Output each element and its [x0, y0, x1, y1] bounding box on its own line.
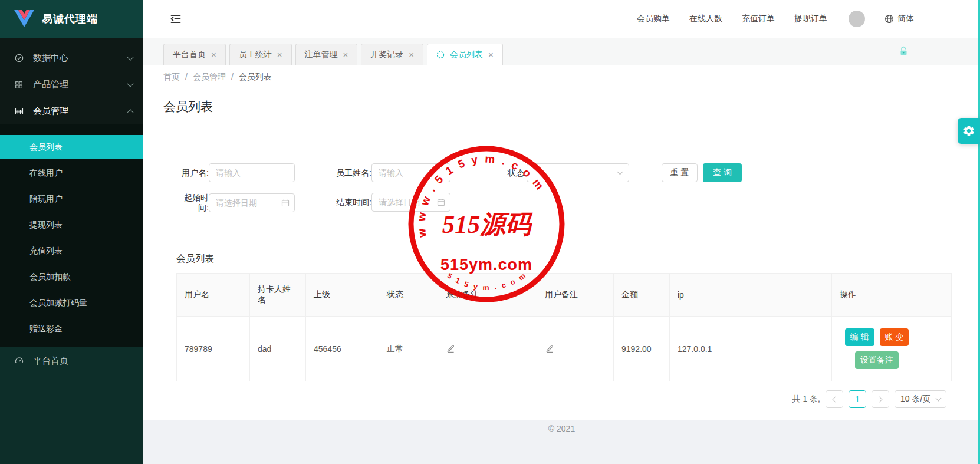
topbar-link-member-orders[interactable]: 会员购单 — [637, 14, 670, 24]
close-icon[interactable]: × — [211, 50, 216, 59]
filter-form: 用户名: 员工姓名: 状态: 重 置 查 询 起始时间: — [176, 163, 951, 222]
top-header: 会员购单 在线人数 充值订单 提现订单 简体 — [143, 0, 980, 38]
check-circle-icon — [14, 53, 26, 63]
col-parent: 上级 — [306, 274, 379, 317]
cell-actions: 编 辑 账 变 设置备注 — [832, 317, 952, 381]
chevron-up-icon — [127, 109, 133, 116]
edit-button[interactable]: 编 辑 — [845, 328, 874, 346]
page-footer: © 2021 — [143, 420, 980, 464]
staff-name-input[interactable] — [371, 163, 450, 182]
chevron-down-icon — [127, 80, 133, 87]
close-icon[interactable]: × — [409, 50, 414, 59]
sidebar-item-member-adjust[interactable]: 会员加扣款 — [0, 265, 143, 288]
globe-icon — [884, 14, 894, 24]
cell-system-note — [438, 317, 537, 381]
col-actions: 操作 — [832, 274, 952, 317]
close-icon[interactable]: × — [343, 50, 348, 59]
settings-drawer-edge — [978, 0, 980, 464]
table-section-title: 会员列表 — [176, 253, 951, 265]
refresh-icon[interactable] — [436, 51, 445, 59]
chevron-down-icon — [936, 396, 942, 402]
member-management-submenu: 会员列表 在线用户 陪玩用户 提现列表 充值列表 会员加扣款 会员加减打码量 赠… — [0, 124, 143, 347]
edit-note-icon[interactable] — [446, 343, 455, 353]
breadcrumb-home[interactable]: 首页 — [163, 72, 180, 83]
page-number-button[interactable]: 1 — [849, 390, 866, 408]
sidebar-item-label: 会员管理 — [33, 106, 128, 117]
sidebar: 易诚代理端 数据中心 产品管理 — [0, 0, 143, 464]
tab-platform-home[interactable]: 平台首页 × — [163, 44, 226, 65]
topbar-link-withdraw-orders[interactable]: 提现订单 — [794, 14, 827, 24]
page-size-select[interactable]: 10 条/页 — [895, 390, 946, 408]
chevron-left-icon — [833, 396, 838, 402]
member-list-admin-page: { "app": { "title": "易诚代理端" }, "topbar":… — [0, 0, 980, 464]
topbar-links: 会员购单 在线人数 充值订单 提现订单 简体 — [637, 11, 914, 27]
sidebar-item-label: 产品管理 — [33, 79, 128, 90]
chevron-down-icon — [617, 169, 623, 175]
close-icon[interactable]: × — [277, 50, 282, 59]
tab-draw-records[interactable]: 开奖记录 × — [361, 44, 423, 65]
sidebar-item-online-users[interactable]: 在线用户 — [0, 161, 143, 185]
col-user-note: 用户备注 — [537, 274, 614, 317]
sidebar-item-label: 平台首页 — [33, 356, 133, 367]
language-switcher[interactable]: 简体 — [884, 14, 914, 24]
copyright-text: © 2021 — [548, 424, 575, 433]
app-title: 易诚代理端 — [42, 12, 98, 26]
page-title: 会员列表 — [163, 98, 951, 115]
staff-name-label: 员工姓名: — [329, 168, 371, 178]
breadcrumb-member-management[interactable]: 会员管理 — [193, 72, 226, 83]
username-input[interactable] — [209, 163, 295, 182]
topbar-link-online-count[interactable]: 在线人数 — [689, 14, 722, 24]
status-filter-group: 状态: — [497, 163, 629, 182]
sidebar-item-companion-users[interactable]: 陪玩用户 — [0, 187, 143, 210]
col-amount: 金额 — [614, 274, 670, 317]
sidebar-item-gift-bonus[interactable]: 赠送彩金 — [0, 317, 143, 340]
set-note-button[interactable]: 设置备注 — [855, 351, 899, 369]
sidebar-item-recharge-list[interactable]: 充值列表 — [0, 239, 143, 262]
settings-gear-button[interactable] — [958, 118, 980, 144]
user-avatar[interactable] — [849, 11, 865, 27]
sidebar-menu: 数据中心 产品管理 会员管理 — [0, 38, 143, 124]
row-actions: 编 辑 账 变 设置备注 — [843, 328, 911, 369]
sidebar-item-platform-home[interactable]: 平台首页 — [0, 348, 143, 374]
status-label: 状态: — [497, 168, 527, 178]
tab-label: 平台首页 — [173, 50, 206, 60]
tab-member-list[interactable]: 会员列表 × — [427, 44, 503, 65]
dashboard-icon — [14, 356, 26, 366]
start-time-filter-group: 起始时间: — [176, 193, 295, 213]
tab-staff-stats[interactable]: 员工统计 × — [229, 44, 292, 65]
unlock-icon[interactable] — [898, 45, 909, 58]
col-ip: ip — [670, 274, 832, 317]
tab-bet-management[interactable]: 注单管理 × — [295, 44, 358, 65]
col-cardholder: 持卡人姓名 — [250, 274, 306, 317]
tab-label: 注单管理 — [305, 50, 338, 60]
sidebar-item-data-center[interactable]: 数据中心 — [0, 45, 143, 71]
col-status: 状态 — [379, 274, 438, 317]
reset-button[interactable]: 重 置 — [662, 163, 698, 182]
next-page-button[interactable] — [872, 390, 889, 408]
balance-change-button[interactable]: 账 变 — [880, 328, 909, 346]
status-select[interactable] — [527, 163, 629, 182]
col-username: 用户名 — [177, 274, 250, 317]
breadcrumb-separator: / — [231, 72, 234, 83]
edit-note-icon[interactable] — [545, 343, 554, 353]
sidebar-item-member-management[interactable]: 会员管理 — [0, 98, 143, 124]
tab-label: 员工统计 — [239, 50, 272, 60]
sidebar-item-withdraw-list[interactable]: 提现列表 — [0, 213, 143, 236]
menu-fold-icon[interactable] — [170, 13, 182, 25]
topbar-link-recharge-orders[interactable]: 充值订单 — [742, 14, 775, 24]
breadcrumb-current: 会员列表 — [239, 72, 272, 83]
sidebar-item-member-wager-adjust[interactable]: 会员加减打码量 — [0, 291, 143, 314]
close-icon[interactable]: × — [488, 50, 494, 59]
end-time-label: 结束时间: — [329, 198, 371, 208]
breadcrumb-separator: / — [185, 72, 188, 83]
gear-icon — [962, 124, 975, 137]
table-header-row: 用户名 持卡人姓名 上级 状态 系统备注 用户备注 金额 ip 操作 — [177, 274, 952, 317]
sidebar-item-product-management[interactable]: 产品管理 — [0, 71, 143, 98]
pagination-total: 共 1 条, — [792, 394, 820, 404]
cell-user-note — [537, 317, 614, 381]
prev-page-button[interactable] — [826, 390, 843, 408]
chevron-right-icon — [877, 396, 883, 402]
cell-status: 正常 — [379, 317, 438, 381]
sidebar-item-member-list[interactable]: 会员列表 — [0, 135, 143, 159]
query-button[interactable]: 查 询 — [703, 163, 742, 182]
